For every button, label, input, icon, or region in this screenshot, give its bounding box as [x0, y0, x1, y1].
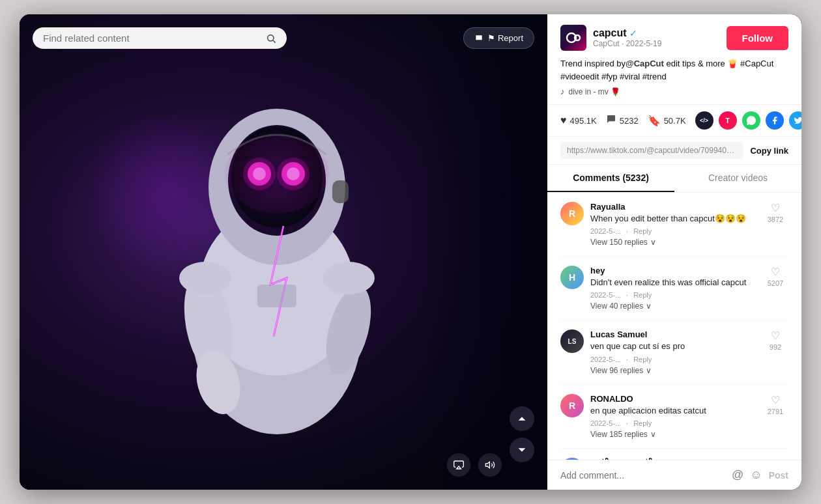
comment-meta: 2022-5-... · Reply	[590, 227, 756, 235]
svg-point-21	[225, 135, 329, 213]
comment-like: ♡ 2791	[762, 394, 788, 439]
avatar: H	[560, 266, 584, 289]
comment-username: Rayualla	[590, 202, 756, 212]
comment-meta: 2022-5-... · Reply	[590, 356, 756, 363]
svg-rect-17	[257, 285, 296, 307]
svg-point-19	[323, 262, 375, 294]
search-input[interactable]	[43, 33, 261, 44]
comment-username: hey	[590, 266, 756, 275]
view-replies-button[interactable]: View 150 replies ∨	[590, 238, 756, 247]
tiktok-share-button[interactable]: T	[719, 111, 737, 130]
creator-name: capcut	[593, 27, 627, 39]
likes-stat: ♥ 495.1K	[560, 115, 597, 126]
like-icon[interactable]: ♡	[771, 202, 780, 214]
avatar: R	[560, 202, 584, 225]
comment-date: 2022-5-...	[590, 291, 621, 299]
tab-comments[interactable]: Comments (5232)	[547, 165, 674, 192]
comment-like: ♡ 5207	[762, 266, 788, 311]
svg-point-25	[575, 35, 580, 40]
music-note-icon: ♪	[560, 87, 565, 96]
comment-input-row: @ ☺ Post	[547, 460, 801, 490]
whatsapp-share-button[interactable]	[742, 111, 760, 130]
comment-like: ♡ 3872	[762, 202, 788, 247]
like-icon[interactable]: ♡	[771, 329, 780, 342]
comment-text: When you edit better than capcut😵😵😵	[590, 213, 756, 225]
comment-item: R Rayualla When you edit better than cap…	[560, 193, 788, 257]
chevron-down-icon: ∨	[646, 301, 652, 311]
volume-button[interactable]	[478, 453, 502, 477]
input-icons: @ ☺	[732, 468, 762, 482]
reply-link[interactable]: Reply	[633, 291, 652, 299]
creator-info: capcut ✓ CapCut · 2022-5-19	[560, 25, 661, 51]
comment-text: en que aplicacion editas catcut	[590, 405, 756, 417]
creator-avatar-inner	[560, 25, 586, 51]
like-count: 992	[770, 343, 781, 351]
follow-button[interactable]: Follow	[727, 26, 789, 50]
creator-details: capcut ✓ CapCut · 2022-5-19	[593, 27, 661, 48]
chat-icon	[606, 114, 616, 127]
reply-link[interactable]: Reply	[633, 227, 652, 235]
view-replies-button[interactable]: View 96 replies ∨	[590, 366, 756, 375]
comment-username: RONALDO	[590, 394, 756, 404]
comment-input[interactable]	[560, 470, 725, 481]
emoji-icon[interactable]: ☺	[750, 468, 762, 482]
comment-body: RONALDO en que aplicacion editas catcut …	[590, 394, 756, 439]
bottom-controls	[447, 453, 502, 477]
like-count: 2791	[768, 408, 783, 415]
chevron-down-icon: ∨	[646, 366, 652, 375]
creator-date: CapCut · 2022-5-19	[593, 39, 661, 48]
nav-up-button[interactable]	[510, 406, 534, 431]
video-background	[20, 14, 547, 490]
reply-link[interactable]: Reply	[633, 419, 652, 427]
svg-rect-20	[332, 180, 349, 203]
share-icons: </> T ↗	[695, 111, 801, 130]
twitter-share-button[interactable]	[789, 111, 801, 130]
like-count: 5207	[768, 279, 783, 287]
svg-line-1	[273, 40, 276, 43]
view-replies-button[interactable]: View 40 replies ∨	[590, 301, 756, 311]
chevron-down-icon: ∨	[650, 238, 656, 247]
music-row: ♪ dive in - mv 🌹	[560, 87, 788, 96]
like-count: 3872	[768, 216, 783, 223]
at-mention-icon[interactable]: @	[732, 468, 743, 482]
comment-meta: 2022-5-... · Reply	[590, 291, 756, 299]
reply-link[interactable]: Reply	[633, 356, 652, 363]
view-replies-button[interactable]: View 185 replies ∨	[590, 430, 756, 439]
video-content	[20, 14, 547, 490]
nav-down-button[interactable]	[510, 438, 534, 462]
bookmarks-count: 50.7K	[664, 116, 686, 126]
tabs-row: Comments (5232) Creator videos	[547, 165, 801, 193]
comment-body: Rayualla When you edit better than capcu…	[590, 202, 756, 247]
embed-share-button[interactable]: </>	[695, 111, 713, 130]
comment-body: Lucas Samuel ven que cap cut sí es pro 2…	[590, 329, 756, 374]
comment-item: Ro ༄ᶦᶰᵈ᭄Robsé༄ᶦᶰᵈ᭄ Con que app editas ca…	[560, 449, 788, 460]
svg-marker-22	[457, 466, 461, 469]
comments-count: 5232	[620, 116, 639, 126]
right-header: capcut ✓ CapCut · 2022-5-19 Follow Trend…	[547, 14, 801, 105]
svg-marker-23	[485, 462, 489, 468]
tab-creator-videos[interactable]: Creator videos	[674, 165, 801, 192]
post-button[interactable]: Post	[769, 470, 788, 481]
comment-meta: 2022-5-... · Reply	[590, 419, 756, 427]
comment-text: Didn't even realize this was official ca…	[590, 277, 756, 288]
report-button[interactable]: ⚑ Report	[463, 27, 534, 49]
bookmarks-stat: 🔖 50.7K	[648, 115, 686, 127]
astronaut-svg	[134, 37, 433, 467]
like-icon[interactable]: ♡	[771, 266, 780, 278]
search-button[interactable]	[266, 33, 276, 44]
comment-username: Lucas Samuel	[590, 329, 756, 339]
likes-count: 495.1K	[570, 116, 597, 126]
main-container: ⚑ Report	[20, 14, 801, 490]
creator-avatar	[560, 25, 586, 51]
creator-row: capcut ✓ CapCut · 2022-5-19 Follow	[560, 25, 788, 51]
bookmark-icon: 🔖	[648, 115, 661, 127]
comment-body: hey Didn't even realize this was officia…	[590, 266, 756, 311]
facebook-share-button[interactable]	[766, 111, 784, 130]
heart-icon: ♥	[560, 115, 567, 126]
like-icon[interactable]: ♡	[771, 394, 780, 406]
comment-item: R RONALDO en que aplicacion editas catcu…	[560, 385, 788, 449]
copy-link-button[interactable]: Copy link	[750, 146, 788, 156]
airplay-button[interactable]	[447, 453, 470, 477]
url-row: https://www.tiktok.com/@capcut/video/709…	[547, 137, 801, 165]
caption: Trend inspired by@CapCut edit tips & mor…	[560, 57, 788, 83]
